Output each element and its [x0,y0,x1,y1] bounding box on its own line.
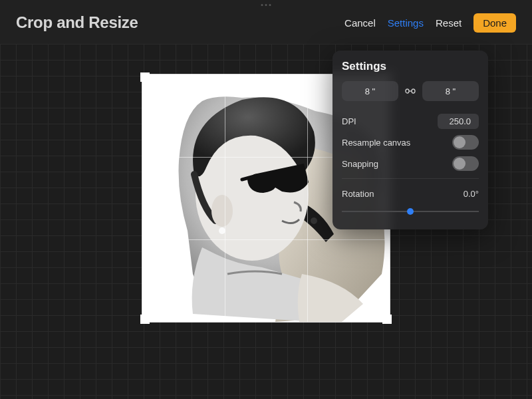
rotation-slider-knob[interactable] [407,208,414,215]
rotation-value: 0.0° [464,189,479,199]
dimensions-row: 8 " 8 " [342,81,479,101]
settings-button[interactable]: Settings [388,17,424,29]
page-title: Crop and Resize [16,13,138,32]
svg-rect-6 [412,89,415,93]
snapping-row: Snapping [342,153,479,174]
header-bar: Crop and Resize Cancel Settings Reset Do… [0,0,532,44]
svg-rect-5 [406,89,409,93]
snapping-toggle[interactable] [452,156,479,171]
window-grab-handle[interactable] [261,4,271,6]
settings-panel: Settings 8 " 8 " DPI 250.0 Resample canv… [332,51,488,229]
reset-button[interactable]: Reset [436,17,462,29]
done-button[interactable]: Done [473,13,516,33]
header-actions: Cancel Settings Reset Done [344,13,516,33]
snapping-label: Snapping [342,159,378,169]
resample-label: Resample canvas [342,138,410,148]
resample-row: Resample canvas [342,132,479,153]
svg-point-3 [211,195,233,227]
resample-toggle[interactable] [452,135,479,150]
link-dimensions-icon[interactable] [404,87,417,95]
settings-panel-title: Settings [342,60,479,73]
dpi-row: DPI 250.0 [342,110,479,132]
svg-point-4 [219,227,225,234]
workspace[interactable]: Settings 8 " 8 " DPI 250.0 Resample canv… [0,44,532,399]
dpi-value[interactable]: 250.0 [438,114,479,129]
height-input[interactable]: 8 " [422,81,479,101]
rotation-label: Rotation [342,189,374,199]
cancel-button[interactable]: Cancel [344,17,376,29]
width-input[interactable]: 8 " [342,81,398,101]
svg-point-1 [311,217,317,224]
dpi-label: DPI [342,116,356,126]
rotation-slider[interactable] [342,207,479,216]
rotation-row: Rotation 0.0° [342,183,479,204]
